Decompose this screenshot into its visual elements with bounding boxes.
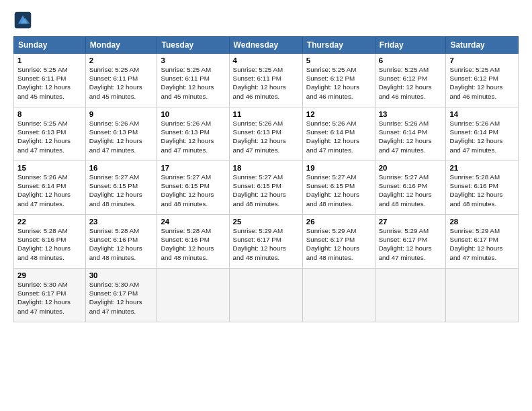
day-number: 21 bbox=[449, 164, 515, 172]
calendar-cell: 30Sunrise: 5:30 AMSunset: 6:17 PMDayligh… bbox=[85, 269, 157, 322]
calendar-table: SundayMondayTuesdayWednesdayThursdayFrid… bbox=[13, 36, 519, 322]
day-number: 28 bbox=[449, 218, 515, 226]
calendar-header-row: SundayMondayTuesdayWednesdayThursdayFrid… bbox=[14, 37, 519, 54]
page: SundayMondayTuesdayWednesdayThursdayFrid… bbox=[0, 0, 532, 411]
calendar-cell: 5Sunrise: 5:25 AMSunset: 6:12 PMDaylight… bbox=[302, 54, 375, 107]
day-info: Sunrise: 5:27 AMSunset: 6:15 PMDaylight:… bbox=[161, 173, 225, 208]
calendar-week-4: 22Sunrise: 5:28 AMSunset: 6:16 PMDayligh… bbox=[14, 215, 519, 269]
logo bbox=[13, 11, 35, 30]
day-number: 11 bbox=[233, 110, 299, 118]
calendar-cell: 22Sunrise: 5:28 AMSunset: 6:16 PMDayligh… bbox=[14, 215, 86, 269]
calendar-cell: 3Sunrise: 5:25 AMSunset: 6:11 PMDaylight… bbox=[157, 54, 229, 107]
day-number: 27 bbox=[379, 218, 443, 226]
calendar-cell: 7Sunrise: 5:25 AMSunset: 6:12 PMDaylight… bbox=[446, 54, 519, 107]
calendar-week-3: 15Sunrise: 5:26 AMSunset: 6:14 PMDayligh… bbox=[14, 161, 519, 215]
calendar-cell: 1Sunrise: 5:25 AMSunset: 6:11 PMDaylight… bbox=[14, 54, 86, 107]
day-info: Sunrise: 5:25 AMSunset: 6:12 PMDaylight:… bbox=[379, 65, 443, 101]
calendar-cell: 21Sunrise: 5:28 AMSunset: 6:16 PMDayligh… bbox=[446, 161, 519, 215]
day-info: Sunrise: 5:26 AMSunset: 6:14 PMDaylight:… bbox=[379, 119, 443, 154]
calendar-cell bbox=[446, 269, 519, 322]
day-number: 10 bbox=[161, 110, 225, 118]
calendar-cell: 14Sunrise: 5:26 AMSunset: 6:14 PMDayligh… bbox=[446, 107, 519, 161]
calendar-cell: 9Sunrise: 5:26 AMSunset: 6:13 PMDaylight… bbox=[85, 107, 157, 161]
day-number: 22 bbox=[17, 218, 82, 226]
day-number: 30 bbox=[89, 271, 154, 279]
day-number: 7 bbox=[449, 56, 515, 64]
calendar-header-friday: Friday bbox=[375, 37, 446, 54]
calendar-cell: 24Sunrise: 5:28 AMSunset: 6:16 PMDayligh… bbox=[157, 215, 229, 269]
day-info: Sunrise: 5:29 AMSunset: 6:17 PMDaylight:… bbox=[379, 226, 443, 262]
day-number: 5 bbox=[306, 56, 371, 64]
day-info: Sunrise: 5:26 AMSunset: 6:13 PMDaylight:… bbox=[89, 119, 154, 154]
calendar-cell: 15Sunrise: 5:26 AMSunset: 6:14 PMDayligh… bbox=[14, 161, 86, 215]
day-info: Sunrise: 5:27 AMSunset: 6:15 PMDaylight:… bbox=[89, 173, 154, 208]
calendar-week-2: 8Sunrise: 5:25 AMSunset: 6:13 PMDaylight… bbox=[14, 107, 519, 161]
calendar-cell: 23Sunrise: 5:28 AMSunset: 6:16 PMDayligh… bbox=[85, 215, 157, 269]
day-number: 26 bbox=[306, 218, 371, 226]
day-info: Sunrise: 5:27 AMSunset: 6:16 PMDaylight:… bbox=[379, 173, 443, 208]
calendar-header-saturday: Saturday bbox=[446, 37, 519, 54]
calendar-cell: 11Sunrise: 5:26 AMSunset: 6:13 PMDayligh… bbox=[229, 107, 302, 161]
day-info: Sunrise: 5:29 AMSunset: 6:17 PMDaylight:… bbox=[233, 226, 299, 262]
day-number: 9 bbox=[89, 110, 154, 118]
day-number: 12 bbox=[306, 110, 371, 118]
calendar-cell bbox=[157, 269, 229, 322]
day-number: 20 bbox=[379, 164, 443, 172]
day-info: Sunrise: 5:28 AMSunset: 6:16 PMDaylight:… bbox=[89, 226, 154, 262]
calendar-cell: 17Sunrise: 5:27 AMSunset: 6:15 PMDayligh… bbox=[157, 161, 229, 215]
logo-icon bbox=[13, 11, 32, 30]
day-number: 17 bbox=[161, 164, 225, 172]
day-info: Sunrise: 5:28 AMSunset: 6:16 PMDaylight:… bbox=[449, 173, 515, 208]
day-info: Sunrise: 5:28 AMSunset: 6:16 PMDaylight:… bbox=[17, 226, 82, 262]
day-number: 29 bbox=[17, 271, 82, 279]
day-number: 25 bbox=[233, 218, 299, 226]
calendar-header-thursday: Thursday bbox=[302, 37, 375, 54]
day-number: 14 bbox=[449, 110, 515, 118]
calendar-cell: 16Sunrise: 5:27 AMSunset: 6:15 PMDayligh… bbox=[85, 161, 157, 215]
calendar-cell: 4Sunrise: 5:25 AMSunset: 6:11 PMDaylight… bbox=[229, 54, 302, 107]
calendar-header-tuesday: Tuesday bbox=[157, 37, 229, 54]
day-info: Sunrise: 5:26 AMSunset: 6:14 PMDaylight:… bbox=[306, 119, 371, 154]
day-info: Sunrise: 5:25 AMSunset: 6:13 PMDaylight:… bbox=[17, 119, 82, 154]
calendar-cell: 28Sunrise: 5:29 AMSunset: 6:17 PMDayligh… bbox=[446, 215, 519, 269]
calendar-cell bbox=[302, 269, 375, 322]
day-number: 3 bbox=[161, 56, 225, 64]
day-info: Sunrise: 5:27 AMSunset: 6:15 PMDaylight:… bbox=[306, 173, 371, 208]
day-info: Sunrise: 5:25 AMSunset: 6:12 PMDaylight:… bbox=[449, 65, 515, 101]
day-info: Sunrise: 5:25 AMSunset: 6:12 PMDaylight:… bbox=[306, 65, 371, 101]
calendar-header-monday: Monday bbox=[85, 37, 157, 54]
calendar-cell: 13Sunrise: 5:26 AMSunset: 6:14 PMDayligh… bbox=[375, 107, 446, 161]
calendar-week-5: 29Sunrise: 5:30 AMSunset: 6:17 PMDayligh… bbox=[14, 269, 519, 322]
calendar-cell: 10Sunrise: 5:26 AMSunset: 6:13 PMDayligh… bbox=[157, 107, 229, 161]
calendar-cell: 12Sunrise: 5:26 AMSunset: 6:14 PMDayligh… bbox=[302, 107, 375, 161]
calendar-week-1: 1Sunrise: 5:25 AMSunset: 6:11 PMDaylight… bbox=[14, 54, 519, 107]
calendar-cell bbox=[229, 269, 302, 322]
day-info: Sunrise: 5:25 AMSunset: 6:11 PMDaylight:… bbox=[89, 65, 154, 101]
day-info: Sunrise: 5:26 AMSunset: 6:13 PMDaylight:… bbox=[161, 119, 225, 154]
day-info: Sunrise: 5:25 AMSunset: 6:11 PMDaylight:… bbox=[233, 65, 299, 101]
day-number: 6 bbox=[379, 56, 443, 64]
calendar-cell: 6Sunrise: 5:25 AMSunset: 6:12 PMDaylight… bbox=[375, 54, 446, 107]
calendar-cell bbox=[375, 269, 446, 322]
day-number: 1 bbox=[17, 56, 82, 64]
calendar-cell: 8Sunrise: 5:25 AMSunset: 6:13 PMDaylight… bbox=[14, 107, 86, 161]
day-info: Sunrise: 5:26 AMSunset: 6:13 PMDaylight:… bbox=[233, 119, 299, 154]
day-number: 13 bbox=[379, 110, 443, 118]
day-info: Sunrise: 5:26 AMSunset: 6:14 PMDaylight:… bbox=[449, 119, 515, 154]
day-info: Sunrise: 5:29 AMSunset: 6:17 PMDaylight:… bbox=[306, 226, 371, 262]
day-number: 24 bbox=[161, 218, 225, 226]
day-info: Sunrise: 5:25 AMSunset: 6:11 PMDaylight:… bbox=[17, 65, 82, 101]
day-number: 23 bbox=[89, 218, 154, 226]
day-info: Sunrise: 5:30 AMSunset: 6:17 PMDaylight:… bbox=[89, 280, 154, 316]
calendar-cell: 18Sunrise: 5:27 AMSunset: 6:15 PMDayligh… bbox=[229, 161, 302, 215]
calendar-cell: 25Sunrise: 5:29 AMSunset: 6:17 PMDayligh… bbox=[229, 215, 302, 269]
day-info: Sunrise: 5:25 AMSunset: 6:11 PMDaylight:… bbox=[161, 65, 225, 101]
calendar-cell: 19Sunrise: 5:27 AMSunset: 6:15 PMDayligh… bbox=[302, 161, 375, 215]
calendar-cell: 20Sunrise: 5:27 AMSunset: 6:16 PMDayligh… bbox=[375, 161, 446, 215]
day-info: Sunrise: 5:30 AMSunset: 6:17 PMDaylight:… bbox=[17, 280, 82, 316]
day-info: Sunrise: 5:29 AMSunset: 6:17 PMDaylight:… bbox=[449, 226, 515, 262]
day-number: 4 bbox=[233, 56, 299, 64]
calendar-cell: 27Sunrise: 5:29 AMSunset: 6:17 PMDayligh… bbox=[375, 215, 446, 269]
day-number: 16 bbox=[89, 164, 154, 172]
calendar-cell: 26Sunrise: 5:29 AMSunset: 6:17 PMDayligh… bbox=[302, 215, 375, 269]
